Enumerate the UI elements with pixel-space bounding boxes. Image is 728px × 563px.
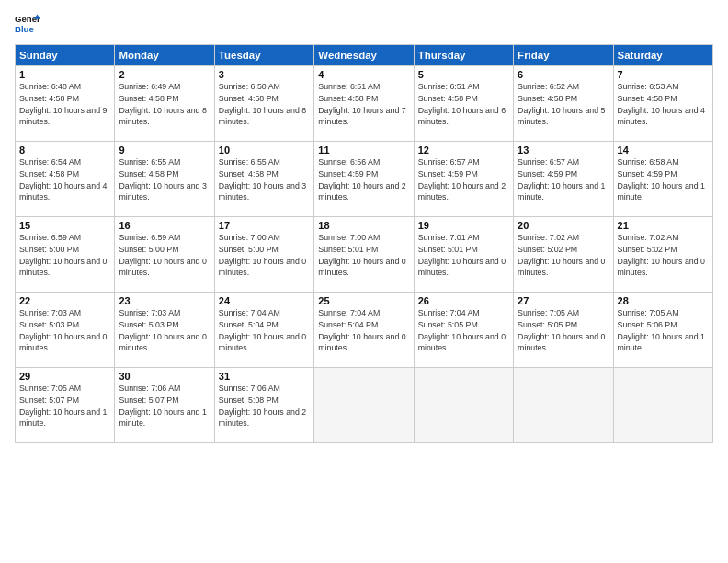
day-detail: Sunrise: 6:51 AM Sunset: 4:58 PM Dayligh… [318,81,409,128]
calendar-header-row: SundayMondayTuesdayWednesdayThursdayFrid… [16,45,713,66]
day-detail: Sunrise: 6:57 AM Sunset: 4:59 PM Dayligh… [518,156,609,203]
calendar-weekday-header: Friday [514,45,613,66]
calendar-day-cell: 25 Sunrise: 7:04 AM Sunset: 5:04 PM Dayl… [314,293,414,368]
calendar-day-cell: 1 Sunrise: 6:48 AM Sunset: 4:58 PM Dayli… [16,66,115,142]
day-number: 25 [318,295,409,306]
day-number: 22 [19,295,110,306]
calendar-day-cell: 12 Sunrise: 6:57 AM Sunset: 4:59 PM Dayl… [414,142,513,217]
calendar-weekday-header: Thursday [414,45,513,66]
calendar-day-cell: 28 Sunrise: 7:05 AM Sunset: 5:06 PM Dayl… [613,293,712,368]
svg-text:Blue: Blue [15,24,34,34]
calendar-day-cell: 23 Sunrise: 7:03 AM Sunset: 5:03 PM Dayl… [115,293,214,368]
calendar-day-cell: 2 Sunrise: 6:49 AM Sunset: 4:58 PM Dayli… [115,66,214,142]
day-detail: Sunrise: 7:02 AM Sunset: 5:02 PM Dayligh… [518,232,609,279]
day-number: 11 [318,144,409,155]
calendar-week-row: 15 Sunrise: 6:59 AM Sunset: 5:00 PM Dayl… [16,217,713,293]
day-number: 12 [418,144,509,155]
calendar-week-row: 29 Sunrise: 7:05 AM Sunset: 5:07 PM Dayl… [16,368,713,443]
day-detail: Sunrise: 6:52 AM Sunset: 4:58 PM Dayligh… [518,81,609,128]
calendar-day-cell: 24 Sunrise: 7:04 AM Sunset: 5:04 PM Dayl… [214,293,313,368]
day-number: 28 [618,295,709,306]
day-detail: Sunrise: 6:57 AM Sunset: 4:59 PM Dayligh… [418,156,509,203]
day-number: 9 [119,144,210,155]
calendar-weekday-header: Tuesday [214,45,313,66]
calendar-day-cell: 5 Sunrise: 6:51 AM Sunset: 4:58 PM Dayli… [414,66,513,142]
calendar-table: SundayMondayTuesdayWednesdayThursdayFrid… [15,44,713,443]
calendar-day-cell: 30 Sunrise: 7:06 AM Sunset: 5:07 PM Dayl… [115,368,214,443]
day-number: 26 [418,295,509,306]
day-number: 6 [518,69,609,80]
calendar-day-cell: 16 Sunrise: 6:59 AM Sunset: 5:00 PM Dayl… [115,217,214,293]
calendar-day-cell: 31 Sunrise: 7:06 AM Sunset: 5:08 PM Dayl… [214,368,313,443]
day-detail: Sunrise: 6:58 AM Sunset: 4:59 PM Dayligh… [618,156,709,203]
day-number: 23 [119,295,210,306]
day-number: 21 [618,220,709,231]
day-number: 30 [119,371,210,382]
day-detail: Sunrise: 6:50 AM Sunset: 4:58 PM Dayligh… [219,81,310,128]
day-number: 10 [219,144,310,155]
calendar-day-cell: 14 Sunrise: 6:58 AM Sunset: 4:59 PM Dayl… [613,142,712,217]
calendar-day-cell: 26 Sunrise: 7:04 AM Sunset: 5:05 PM Dayl… [414,293,513,368]
calendar-week-row: 1 Sunrise: 6:48 AM Sunset: 4:58 PM Dayli… [16,66,713,142]
day-number: 15 [19,220,110,231]
calendar-day-cell: 13 Sunrise: 6:57 AM Sunset: 4:59 PM Dayl… [514,142,613,217]
calendar-day-cell: 20 Sunrise: 7:02 AM Sunset: 5:02 PM Dayl… [514,217,613,293]
calendar-day-cell: 7 Sunrise: 6:53 AM Sunset: 4:58 PM Dayli… [613,66,712,142]
calendar-weekday-header: Wednesday [314,45,414,66]
day-detail: Sunrise: 6:48 AM Sunset: 4:58 PM Dayligh… [19,81,110,128]
calendar-day-cell: 21 Sunrise: 7:02 AM Sunset: 5:02 PM Dayl… [613,217,712,293]
day-detail: Sunrise: 7:06 AM Sunset: 5:08 PM Dayligh… [219,383,310,430]
calendar-weekday-header: Monday [115,45,214,66]
day-number: 16 [119,220,210,231]
day-number: 7 [618,69,709,80]
day-detail: Sunrise: 6:54 AM Sunset: 4:58 PM Dayligh… [19,156,110,203]
day-number: 24 [219,295,310,306]
day-number: 2 [119,69,210,80]
day-detail: Sunrise: 7:04 AM Sunset: 5:04 PM Dayligh… [318,307,409,354]
day-number: 3 [219,69,310,80]
day-number: 4 [318,69,409,80]
calendar-week-row: 8 Sunrise: 6:54 AM Sunset: 4:58 PM Dayli… [16,142,713,217]
day-number: 17 [219,220,310,231]
day-detail: Sunrise: 7:01 AM Sunset: 5:01 PM Dayligh… [418,232,509,279]
day-number: 27 [518,295,609,306]
calendar-day-cell: 3 Sunrise: 6:50 AM Sunset: 4:58 PM Dayli… [214,66,313,142]
day-detail: Sunrise: 6:56 AM Sunset: 4:59 PM Dayligh… [318,156,409,203]
day-number: 31 [219,371,310,382]
calendar-day-cell: 22 Sunrise: 7:03 AM Sunset: 5:03 PM Dayl… [16,293,115,368]
calendar-day-cell [613,368,712,443]
day-detail: Sunrise: 7:05 AM Sunset: 5:05 PM Dayligh… [518,307,609,354]
day-detail: Sunrise: 7:00 AM Sunset: 5:01 PM Dayligh… [318,232,409,279]
day-number: 20 [518,220,609,231]
day-detail: Sunrise: 7:00 AM Sunset: 5:00 PM Dayligh… [219,232,310,279]
day-number: 14 [618,144,709,155]
calendar-day-cell: 17 Sunrise: 7:00 AM Sunset: 5:00 PM Dayl… [214,217,313,293]
calendar-day-cell [314,368,414,443]
logo: General Blue [15,11,40,37]
day-detail: Sunrise: 6:59 AM Sunset: 5:00 PM Dayligh… [19,232,110,279]
calendar-day-cell [414,368,513,443]
logo-icon: General Blue [15,11,40,37]
calendar-day-cell: 18 Sunrise: 7:00 AM Sunset: 5:01 PM Dayl… [314,217,414,293]
day-number: 8 [19,144,110,155]
day-detail: Sunrise: 7:03 AM Sunset: 5:03 PM Dayligh… [19,307,110,354]
day-detail: Sunrise: 6:59 AM Sunset: 5:00 PM Dayligh… [119,232,210,279]
day-detail: Sunrise: 7:03 AM Sunset: 5:03 PM Dayligh… [119,307,210,354]
day-detail: Sunrise: 7:06 AM Sunset: 5:07 PM Dayligh… [119,383,210,430]
day-detail: Sunrise: 6:51 AM Sunset: 4:58 PM Dayligh… [418,81,509,128]
day-number: 19 [418,220,509,231]
day-detail: Sunrise: 7:05 AM Sunset: 5:06 PM Dayligh… [618,307,709,354]
day-detail: Sunrise: 7:04 AM Sunset: 5:04 PM Dayligh… [219,307,310,354]
day-number: 18 [318,220,409,231]
day-detail: Sunrise: 6:53 AM Sunset: 4:58 PM Dayligh… [618,81,709,128]
day-detail: Sunrise: 7:04 AM Sunset: 5:05 PM Dayligh… [418,307,509,354]
calendar-day-cell: 29 Sunrise: 7:05 AM Sunset: 5:07 PM Dayl… [16,368,115,443]
day-number: 13 [518,144,609,155]
day-number: 1 [19,69,110,80]
calendar-weekday-header: Sunday [16,45,115,66]
calendar-day-cell: 11 Sunrise: 6:56 AM Sunset: 4:59 PM Dayl… [314,142,414,217]
calendar-day-cell [514,368,613,443]
day-detail: Sunrise: 6:55 AM Sunset: 4:58 PM Dayligh… [119,156,210,203]
page: General Blue SundayMondayTuesdayWednesda… [0,0,728,563]
day-number: 29 [19,371,110,382]
